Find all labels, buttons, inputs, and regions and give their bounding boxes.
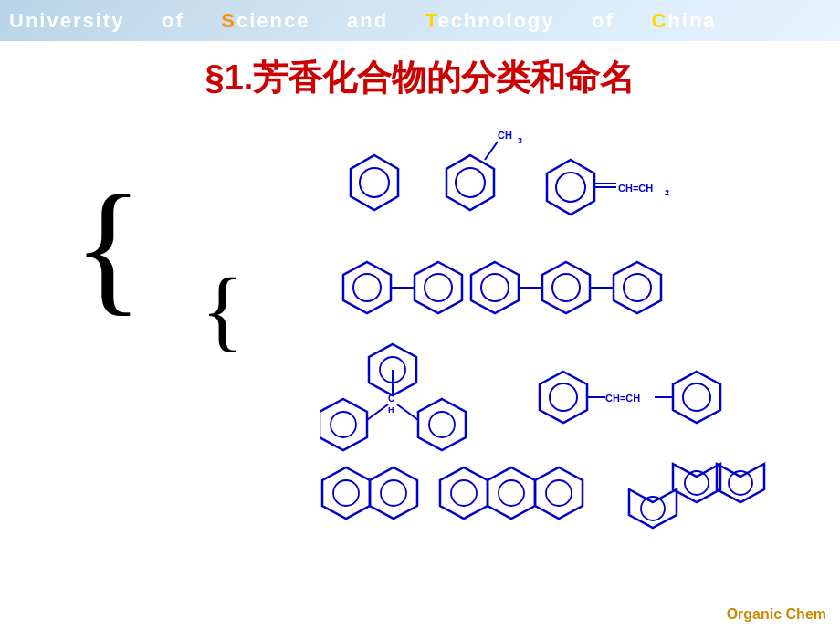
svg-point-19	[481, 274, 509, 301]
svg-marker-7	[547, 160, 594, 215]
svg-marker-58	[717, 464, 764, 502]
svg-point-1	[360, 168, 389, 197]
svg-marker-54	[629, 489, 677, 528]
toluene-molecule: CH 3	[446, 130, 522, 210]
large-brace: {	[73, 173, 143, 320]
svg-marker-50	[488, 467, 535, 519]
svg-point-3	[456, 168, 485, 197]
header-u: U	[9, 9, 26, 32]
header-of1: of	[162, 9, 184, 32]
svg-point-55	[641, 497, 665, 520]
svg-marker-32	[320, 399, 367, 450]
svg-marker-13	[343, 262, 391, 313]
header-title: University of Science and Technology of …	[9, 9, 717, 33]
header-bar: University of Science and Technology of …	[0, 0, 840, 41]
header-technology: echnology	[438, 9, 555, 32]
svg-point-45	[333, 480, 359, 506]
styrene-molecule: CH=CH 2	[547, 160, 669, 215]
stilbene-molecule: CH=CH	[540, 372, 720, 423]
svg-point-36	[429, 412, 455, 437]
svg-line-31	[367, 404, 388, 420]
svg-line-4	[485, 142, 498, 160]
content-area: { { CH 3	[0, 119, 840, 603]
svg-marker-18	[471, 262, 519, 313]
svg-point-22	[552, 274, 580, 301]
terphenyl-molecule	[471, 262, 661, 313]
svg-text:3: 3	[518, 136, 522, 145]
svg-point-38	[550, 383, 577, 411]
anthracene-molecule	[440, 467, 583, 519]
header-university: niversity	[26, 9, 125, 32]
header-s: S	[221, 9, 236, 32]
phenanthrene-molecule	[629, 464, 764, 528]
svg-point-49	[451, 480, 477, 506]
svg-marker-24	[614, 262, 661, 313]
header-c: C	[651, 9, 667, 32]
svg-marker-2	[446, 155, 494, 210]
svg-point-47	[381, 480, 406, 506]
svg-point-57	[685, 471, 709, 495]
svg-point-14	[353, 274, 381, 301]
biphenyl-molecule	[343, 262, 462, 313]
svg-point-51	[499, 480, 524, 506]
benzene-molecule	[351, 155, 398, 210]
svg-point-33	[331, 412, 356, 437]
header-of2: of	[592, 9, 614, 32]
header-t: T	[425, 9, 438, 32]
molecules-svg: CH 3 CH=CH 2	[320, 128, 831, 584]
svg-text:CH=CH: CH=CH	[605, 393, 640, 404]
svg-text:CH: CH	[498, 130, 512, 141]
svg-text:CH=CH: CH=CH	[618, 183, 653, 194]
svg-marker-52	[535, 467, 583, 519]
svg-marker-16	[415, 262, 462, 313]
svg-point-53	[546, 480, 572, 506]
svg-point-8	[556, 173, 585, 202]
svg-marker-37	[540, 372, 587, 423]
footer-label: Organic Chem	[727, 606, 826, 623]
header-science: cience	[236, 9, 310, 32]
svg-point-59	[729, 471, 752, 495]
section-title: §1.芳香化合物的分类和命名	[0, 55, 840, 101]
small-brace: {	[201, 265, 245, 356]
triphenylmethane-molecule: C H	[320, 344, 466, 450]
molecules-area: CH 3 CH=CH 2	[320, 128, 831, 603]
svg-marker-21	[542, 262, 590, 313]
svg-marker-56	[673, 464, 720, 502]
svg-marker-42	[673, 372, 720, 423]
svg-marker-46	[370, 467, 417, 519]
svg-marker-0	[351, 155, 398, 210]
svg-marker-44	[322, 467, 370, 519]
svg-point-25	[624, 274, 651, 301]
naphthalene-molecule	[322, 467, 417, 519]
svg-marker-48	[440, 467, 488, 519]
svg-text:H: H	[388, 405, 394, 415]
svg-text:2: 2	[665, 188, 669, 197]
svg-marker-35	[418, 399, 466, 450]
header-and: and	[347, 9, 388, 32]
header-china: hina	[667, 9, 716, 32]
svg-point-17	[425, 274, 452, 301]
svg-point-43	[683, 383, 710, 411]
svg-line-34	[397, 404, 418, 420]
